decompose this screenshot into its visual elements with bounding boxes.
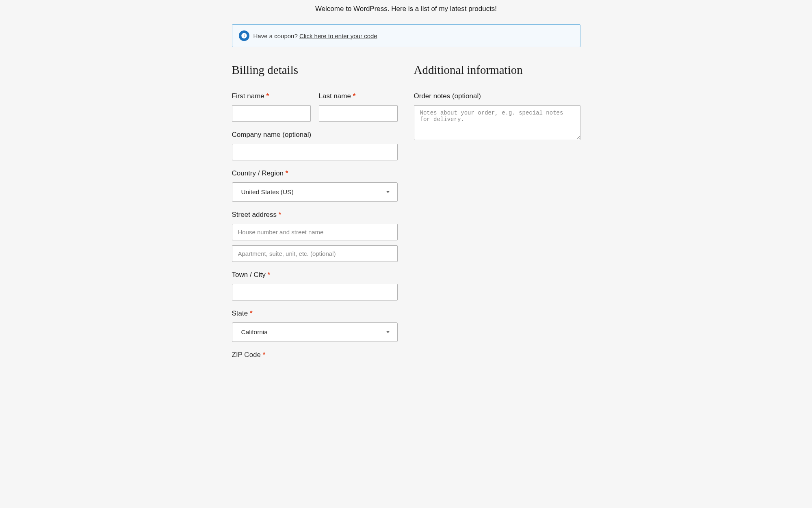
billing-heading: Billing details <box>232 63 398 77</box>
street-label: Street address * <box>232 211 398 219</box>
required-mark: * <box>250 309 253 317</box>
street-line2-field[interactable] <box>232 245 398 262</box>
coupon-link[interactable]: Click here to enter your code <box>299 32 377 39</box>
required-mark: * <box>279 211 281 218</box>
required-mark: * <box>267 271 270 279</box>
country-select[interactable]: United States (US) <box>232 182 398 202</box>
state-select[interactable]: California <box>232 322 398 342</box>
coupon-text: Have a coupon? Click here to enter your … <box>253 32 377 39</box>
last-name-label: Last name * <box>319 92 398 100</box>
info-icon <box>239 30 249 41</box>
zip-label: ZIP Code * <box>232 351 398 359</box>
required-mark: * <box>263 351 266 359</box>
city-label: Town / City * <box>232 271 398 279</box>
coupon-notice: Have a coupon? Click here to enter your … <box>232 24 580 47</box>
first-name-label: First name * <box>232 92 311 100</box>
additional-heading: Additional information <box>414 63 580 77</box>
required-mark: * <box>286 169 288 177</box>
required-mark: * <box>353 92 356 100</box>
country-label: Country / Region * <box>232 169 398 177</box>
state-label: State * <box>232 309 398 318</box>
company-field[interactable] <box>232 144 398 160</box>
last-name-field[interactable] <box>319 105 398 122</box>
street-line1-field[interactable] <box>232 224 398 240</box>
order-notes-field[interactable] <box>414 105 580 140</box>
order-notes-label: Order notes (optional) <box>414 92 580 100</box>
required-mark: * <box>266 92 269 100</box>
coupon-prompt: Have a coupon? <box>253 32 299 39</box>
city-field[interactable] <box>232 284 398 300</box>
first-name-field[interactable] <box>232 105 311 122</box>
intro-text: Welcome to WordPress. Here is a list of … <box>232 5 580 13</box>
company-label: Company name (optional) <box>232 131 398 139</box>
